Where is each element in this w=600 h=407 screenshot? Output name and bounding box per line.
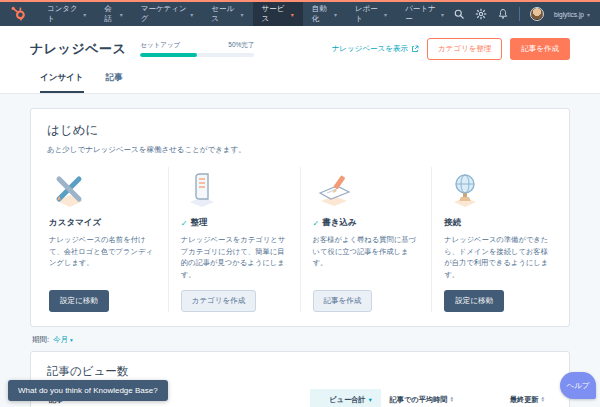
tab-articles[interactable]: 記事 (106, 72, 123, 93)
account-menu[interactable]: biglytics.jp▾ (554, 11, 590, 18)
sort-icon: ▲▼ (541, 397, 545, 402)
create-article-button[interactable]: 記事を作成 (510, 38, 570, 60)
getting-started-title: はじめに (47, 122, 553, 139)
search-icon[interactable] (453, 8, 465, 20)
nav-item-reports[interactable]: レポート▾ (346, 2, 396, 26)
tab-insights[interactable]: インサイト (40, 72, 84, 93)
check-icon: ✓ (181, 219, 188, 228)
period-filter: 期間: 今月 ▾ (32, 335, 568, 345)
gear-icon[interactable] (475, 8, 487, 20)
chevron-down-icon: ▾ (120, 11, 123, 18)
external-link-icon (411, 45, 419, 53)
create-article-step-button[interactable]: 記事を作成 (313, 290, 373, 312)
step-title-label: 整理 (190, 217, 207, 229)
check-icon: ✓ (313, 219, 320, 228)
nav-item-partners[interactable]: パートナー▾ (396, 2, 453, 26)
step-title-label: 書き込み (322, 217, 356, 229)
setup-percent-label: 50%完了 (228, 41, 254, 50)
nav-item-marketing[interactable]: マーケティング▾ (132, 2, 203, 26)
go-to-settings-button[interactable]: 設定に移動 (444, 290, 504, 312)
organize-categories-button[interactable]: カテゴリを整理 (427, 38, 502, 60)
column-header-views-sorted[interactable]: ビュー合計▼ (310, 389, 381, 407)
pencil-paper-icon (313, 169, 355, 211)
user-avatar[interactable] (530, 7, 544, 21)
chevron-down-icon: ▾ (70, 337, 73, 343)
column-header-avg-time[interactable]: 記事での平均時間▲▼ (381, 389, 462, 407)
bell-icon[interactable] (497, 8, 509, 20)
globe-icon (444, 169, 486, 211)
progress-fill (140, 53, 197, 57)
progress-track (140, 53, 254, 57)
primary-nav: コンタクト▾ 会話▾ マーケティング▾ セールス▾ サービス▾ 自動化▾ レポー… (38, 2, 453, 26)
chevron-down-icon: ▾ (384, 11, 387, 18)
step-description: お客様がよく尋ねる質問に基づいて役に立つ記事を作成します。 (313, 234, 420, 281)
step-title-label: 接続 (444, 217, 461, 229)
getting-started-subtitle: あと少しでナレッジベースを稼働させることができます。 (47, 145, 553, 155)
nav-item-contacts[interactable]: コンタクト▾ (38, 2, 95, 26)
feedback-tooltip[interactable]: What do you think of Knowledge Base? (8, 380, 168, 401)
article-views-title: 記事のビュー数 (47, 364, 553, 379)
chevron-down-icon: ▾ (441, 11, 444, 18)
page-header: ナレッジベース セットアップ 50%完了 ナレッジベースを表示 カテゴリを整理 … (0, 26, 600, 94)
period-filter-dropdown[interactable]: 今月 ▾ (53, 335, 73, 345)
view-knowledge-base-link[interactable]: ナレッジベースを表示 (332, 44, 419, 54)
sort-icon: ▲▼ (449, 397, 453, 402)
page-title: ナレッジベース (30, 40, 126, 58)
step-title-label: カスタマイズ (49, 217, 101, 229)
chevron-down-icon: ▾ (291, 11, 294, 18)
go-to-settings-button[interactable]: 設定に移動 (49, 290, 109, 312)
chevron-down-icon: ▾ (83, 11, 86, 18)
top-navigation-bar: コンタクト▾ 会話▾ マーケティング▾ セールス▾ サービス▾ 自動化▾ レポー… (0, 0, 600, 26)
setup-label: セットアップ (140, 41, 180, 50)
nav-item-automation[interactable]: 自動化▾ (303, 2, 346, 26)
chevron-down-icon: ▾ (240, 11, 243, 18)
tab-bar: インサイト 記事 (30, 72, 570, 93)
step-customize: カスタマイズ ナレッジベースの名前を付けて、会社ロゴと色でブランディングします。… (47, 167, 169, 312)
create-category-button[interactable]: カテゴリを作成 (181, 290, 256, 312)
nav-item-service[interactable]: サービス▾ (253, 2, 303, 26)
step-description: ナレッジベースの名前を付けて、会社ロゴと色でブランディングします。 (49, 234, 156, 281)
hubspot-logo-icon[interactable] (10, 6, 26, 22)
step-description: ナレッジベースの準備ができたら、ドメインを接続してお客様が自力で利用できるように… (444, 234, 551, 281)
period-filter-label: 期間: (32, 335, 49, 345)
divider (519, 7, 520, 21)
step-write: ✓ 書き込み お客様がよく尋ねる質問に基づいて役に立つ記事を作成します。 記事を… (301, 167, 433, 312)
chevron-down-icon: ▾ (334, 11, 337, 18)
step-connect: 接続 ナレッジベースの準備ができたら、ドメインを接続してお客様が自力で利用できる… (432, 167, 553, 312)
nav-item-sales[interactable]: セールス▾ (202, 2, 252, 26)
nav-item-conversations[interactable]: 会話▾ (95, 2, 132, 26)
chevron-down-icon: ▾ (587, 11, 590, 18)
book-icon (181, 169, 223, 211)
chevron-down-icon: ▾ (190, 11, 193, 18)
sort-desc-icon: ▼ (368, 397, 373, 403)
setup-progress: セットアップ 50%完了 (140, 41, 254, 57)
step-organize: ✓ 整理 ナレッジベースをカテゴリとサブカテゴリに分けて、簡単に目的の記事が見つ… (169, 167, 301, 312)
onboarding-steps: カスタマイズ ナレッジベースの名前を付けて、会社ロゴと色でブランディングします。… (47, 167, 553, 312)
step-description: ナレッジベースをカテゴリとサブカテゴリに分けて、簡単に目的の記事が見つかるように… (181, 234, 288, 281)
getting-started-card: はじめに あと少しでナレッジベースを稼働させることができます。 カスタマイズ ナ… (30, 108, 570, 327)
column-header-last-updated[interactable]: 最終更新▲▼ (462, 389, 553, 407)
paintbrush-icon (49, 169, 91, 211)
help-button[interactable]: ヘルプ (560, 372, 596, 399)
